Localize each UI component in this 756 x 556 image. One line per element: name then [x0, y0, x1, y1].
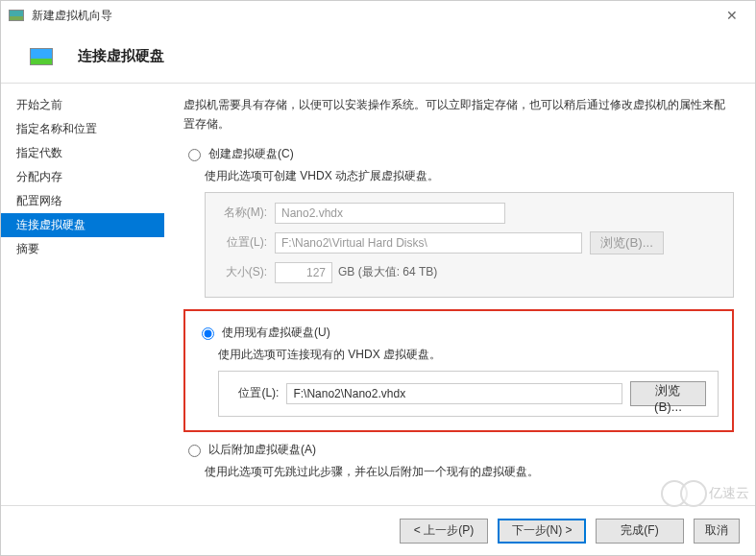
main-panel: 虚拟机需要具有存储，以便可以安装操作系统。可以立即指定存储，也可以稍后通过修改虚…: [164, 84, 755, 495]
radio-create-disk[interactable]: [188, 149, 201, 161]
existing-location-field[interactable]: [286, 383, 622, 404]
next-button[interactable]: 下一步(N) >: [498, 519, 586, 544]
option-create-desc: 使用此选项可创建 VHDX 动态扩展虚拟硬盘。: [205, 168, 734, 184]
wizard-window: 新建虚拟机向导 ✕ 连接虚拟硬盘 开始之前 指定名称和位置 指定代数 分配内存 …: [0, 0, 756, 556]
monitor-icon: [30, 48, 53, 65]
radio-existing-disk[interactable]: [202, 327, 214, 340]
create-disk-panel: 名称(M): 位置(L): 浏览(B)... 大小(S): GB (最大值: 6…: [205, 192, 734, 298]
sidebar-item-generation[interactable]: 指定代数: [1, 141, 164, 165]
option-create-label: 创建虚拟硬盘(C): [208, 146, 294, 162]
location-field: [275, 232, 582, 254]
sidebar-item-name[interactable]: 指定名称和位置: [1, 117, 164, 141]
sidebar-item-disk[interactable]: 连接虚拟硬盘: [1, 213, 164, 237]
close-icon[interactable]: ✕: [717, 4, 747, 27]
footer: < 上一步(P) 下一步(N) > 完成(F) 取消: [1, 505, 755, 555]
app-icon: [9, 10, 24, 21]
cancel-button[interactable]: 取消: [694, 519, 740, 544]
existing-disk-panel: 位置(L): 浏览(B)...: [218, 371, 719, 417]
sidebar-item-network[interactable]: 配置网络: [1, 189, 164, 213]
location-label: 位置(L):: [217, 234, 275, 251]
titlebar: 新建虚拟机向导 ✕: [1, 1, 755, 30]
browse-button-disabled: 浏览(B)...: [590, 231, 664, 254]
existing-location-label: 位置(L):: [231, 385, 286, 401]
option-existing-label: 使用现有虚拟硬盘(U): [222, 325, 330, 341]
browse-button[interactable]: 浏览(B)...: [630, 381, 706, 406]
option-existing-disk[interactable]: 使用现有虚拟硬盘(U): [197, 325, 719, 341]
intro-text: 虚拟机需要具有存储，以便可以安装操作系统。可以立即指定存储，也可以稍后通过修改虚…: [183, 95, 734, 134]
option-create-disk[interactable]: 创建虚拟硬盘(C): [183, 146, 734, 162]
finish-button[interactable]: 完成(F): [596, 519, 684, 544]
body: 开始之前 指定名称和位置 指定代数 分配内存 配置网络 连接虚拟硬盘 摘要 虚拟…: [1, 84, 755, 495]
sidebar-item-memory[interactable]: 分配内存: [1, 165, 164, 189]
option-later-label: 以后附加虚拟硬盘(A): [208, 442, 316, 458]
sidebar-item-start[interactable]: 开始之前: [1, 93, 164, 117]
sidebar-item-summary[interactable]: 摘要: [1, 237, 164, 261]
highlight-box: 使用现有虚拟硬盘(U) 使用此选项可连接现有的 VHDX 虚拟硬盘。 位置(L)…: [183, 309, 734, 432]
name-label: 名称(M):: [217, 205, 275, 221]
option-existing-desc: 使用此选项可连接现有的 VHDX 虚拟硬盘。: [218, 347, 719, 363]
page-title: 连接虚拟硬盘: [78, 47, 164, 65]
prev-button[interactable]: < 上一步(P): [400, 519, 488, 544]
header: 连接虚拟硬盘: [1, 30, 755, 75]
radio-attach-later[interactable]: [188, 445, 201, 457]
option-attach-later[interactable]: 以后附加虚拟硬盘(A): [183, 442, 734, 458]
name-field: [275, 203, 505, 224]
size-suffix: GB (最大值: 64 TB): [338, 264, 437, 280]
size-label: 大小(S):: [217, 264, 275, 280]
size-field: [275, 262, 332, 283]
window-title: 新建虚拟机向导: [32, 8, 112, 24]
sidebar: 开始之前 指定名称和位置 指定代数 分配内存 配置网络 连接虚拟硬盘 摘要: [1, 84, 164, 495]
option-later-desc: 使用此选项可先跳过此步骤，并在以后附加一个现有的虚拟硬盘。: [205, 464, 734, 480]
